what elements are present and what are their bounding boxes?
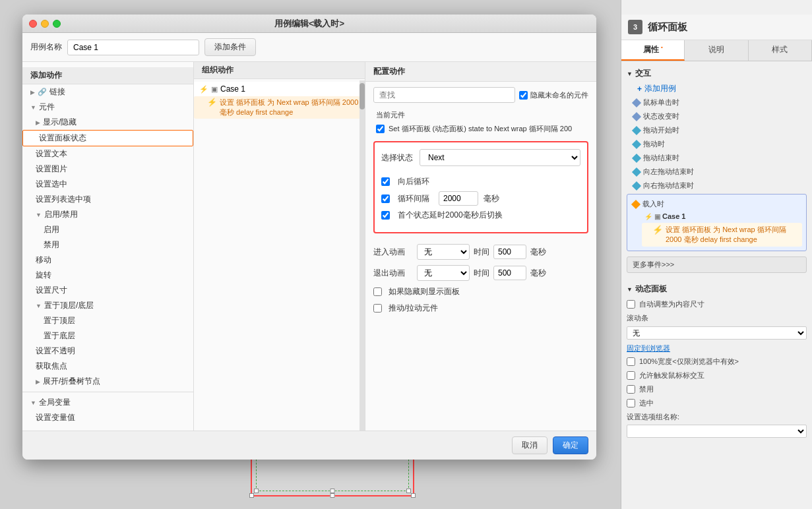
action-item[interactable]: ⚡ 设置 循环面板 为 Next wrap 循环间隔 2000 毫秒 delay… [194, 96, 365, 119]
handle-br[interactable] [411, 493, 416, 498]
event-state-change[interactable]: 状态改变时 [632, 109, 807, 123]
tree-item-set-image[interactable]: 设置图片 [22, 162, 193, 177]
state-select-dropdown[interactable]: Next Previous First Last [420, 149, 580, 166]
event-mouse-click[interactable]: 鼠标单击时 [632, 96, 807, 109]
full-width-label: 100%宽度<仅限浏览器中有效> [639, 357, 739, 367]
inner-handle-br[interactable] [406, 489, 411, 493]
tab-dot: • [661, 44, 663, 50]
drag-end-icon [632, 153, 641, 162]
ok-button[interactable]: 确定 [553, 436, 588, 454]
hide-unnamed-checkbox[interactable] [519, 91, 528, 100]
tree-item-set-text[interactable]: 设置文本 [22, 146, 193, 162]
enter-ms-label: 毫秒 [530, 247, 546, 258]
checked-element-checkbox[interactable] [376, 125, 385, 133]
exit-anim-select[interactable]: 无 [417, 265, 470, 281]
inner-handle-bl[interactable] [254, 489, 259, 493]
exit-ms-label: 毫秒 [530, 268, 546, 279]
loop-interval-input[interactable] [439, 191, 478, 206]
tree-item-set-panel-state[interactable]: 设置面板状态 [22, 130, 193, 146]
scrollbar-select[interactable]: 无 [627, 326, 807, 340]
enter-time-input[interactable] [493, 245, 526, 259]
tree-item-link[interactable]: ▶ 🔗 链接 [22, 84, 193, 100]
anchor-link[interactable]: 固定到浏览器 [627, 342, 807, 355]
hide-unnamed-label: 隐藏未命名的元件 [530, 90, 588, 100]
forward-loop-checkbox[interactable] [381, 177, 390, 186]
exit-time-input[interactable] [493, 266, 526, 280]
tree-item-set-listbox[interactable]: 设置列表选中项 [22, 192, 193, 207]
cancel-button[interactable]: 取消 [512, 436, 547, 454]
organize-scrollbar[interactable] [359, 80, 365, 431]
tree-item-set-selection[interactable]: 设置选中 [22, 177, 193, 192]
scrollbar-label: 滚动条 [627, 313, 660, 323]
use-case-dialog: 用例编辑<载入时> 用例名称 添加条件 添加动作 ▶ 🔗 链接 ▼ 元件 ▶ 显… [22, 15, 596, 460]
tree-label-set-opacity: 设置不透明 [36, 345, 75, 357]
tree-item-to-bottom[interactable]: 置于底层 [22, 328, 193, 344]
enter-anim-select[interactable]: 无 [417, 244, 470, 260]
event-drag[interactable]: 拖动时 [632, 137, 807, 151]
right-panel-action-row[interactable]: ⚡ 设置 循环面板 为 Next wrap 循环间隔 2000 毫秒 delay… [642, 223, 802, 247]
auto-adjust-checkbox[interactable] [627, 300, 635, 309]
current-element-row[interactable]: 当前元件 [373, 108, 588, 122]
selected-label: 选中 [639, 398, 654, 408]
tab-description[interactable]: 说明 [685, 40, 748, 61]
traffic-light-yellow[interactable] [41, 20, 49, 28]
first-delay-checkbox[interactable] [381, 211, 390, 220]
inner-handle-bc[interactable] [330, 489, 335, 493]
checked-element-row[interactable]: Set 循环面板 (动态面板) state to Next wrap 循环间隔 … [373, 122, 588, 136]
tree-item-expand-collapse[interactable]: ▶ 展开/折叠树节点 [22, 374, 193, 389]
mouse-interact-checkbox[interactable] [627, 371, 635, 380]
tree-item-focus[interactable]: 获取焦点 [22, 359, 193, 374]
tree-item-global-vars[interactable]: ▼ 全局变量 [22, 395, 193, 410]
tree-item-set-opacity[interactable]: 设置不透明 [22, 344, 193, 359]
traffic-light-green[interactable] [53, 20, 61, 28]
tree-item-enable-disable[interactable]: ▼ 启用/禁用 [22, 207, 193, 222]
tree-item-components[interactable]: ▼ 元件 [22, 100, 193, 115]
add-use-case-link[interactable]: 添加用例 [627, 82, 807, 96]
add-condition-button[interactable]: 添加条件 [204, 38, 256, 56]
tree-item-zorder[interactable]: ▼ 置于顶层/底层 [22, 298, 193, 313]
hide-unnamed-row: 隐藏未命名的元件 [519, 90, 588, 100]
handle-bc[interactable] [330, 493, 335, 498]
event-drag-end[interactable]: 拖动结束时 [632, 151, 807, 165]
first-delay-label: 首个状态延时2000毫秒后切换 [398, 210, 503, 221]
use-case-name-input[interactable] [67, 40, 199, 55]
event-drag-left-end[interactable]: 向左拖动结束时 [632, 165, 807, 179]
push-pull-checkbox[interactable] [373, 304, 382, 313]
event-drag-start[interactable]: 拖动开始时 [632, 123, 807, 137]
traffic-light-red[interactable] [29, 20, 37, 28]
right-panel-case-row[interactable]: ⚡ ▣ Case 1 [642, 211, 802, 222]
tree-item-set-size[interactable]: 设置尺寸 [22, 283, 193, 298]
hide-if-hidden-checkbox[interactable] [373, 287, 382, 296]
lightning-icon: ⚡ [207, 98, 217, 107]
case-power-icon: ⚡ [199, 85, 208, 94]
disable-checkbox[interactable] [627, 385, 635, 394]
handle-bl[interactable] [249, 493, 254, 498]
tree-item-rotate[interactable]: 旋转 [22, 268, 193, 283]
tab-style[interactable]: 样式 [749, 40, 812, 61]
full-width-checkbox[interactable] [627, 357, 635, 366]
event-load[interactable]: 载入时 [631, 197, 802, 211]
dynamic-panel-section: ▼ 动态面板 自动调整为内容尺寸 滚动条 无 固定到浏览器 100%宽度<仅限浏… [627, 281, 807, 438]
tree-item-to-top[interactable]: 置于顶层 [22, 313, 193, 328]
tree-item-move[interactable]: 移动 [22, 253, 193, 268]
dynamic-panel-section-header[interactable]: ▼ 动态面板 [627, 281, 807, 297]
event-drag-right-end[interactable]: 向右拖动结束时 [632, 179, 807, 193]
state-change-icon [632, 111, 641, 121]
tab-property[interactable]: 属性 • [621, 40, 685, 61]
option-group-select[interactable] [627, 425, 807, 438]
chevron-dynamic: ▼ [627, 286, 633, 293]
tree-item-enable[interactable]: 启用 [22, 222, 193, 237]
tree-item-disable[interactable]: 禁用 [22, 237, 193, 253]
loop-interval-checkbox[interactable] [381, 195, 390, 203]
case-row[interactable]: ⚡ ▣ Case 1 [194, 82, 365, 96]
expander-enable-disable: ▼ [36, 212, 42, 218]
organize-scrollbar-thumb [359, 83, 365, 109]
more-events-button[interactable]: 更多事件>>> [627, 256, 807, 273]
enter-anim-row: 进入动画 无 时间 毫秒 [373, 241, 588, 262]
tree-item-show-hide[interactable]: ▶ 显示/隐藏 [22, 115, 193, 130]
enter-anim-label: 进入动画 [373, 247, 413, 258]
search-input[interactable] [373, 87, 515, 103]
interaction-section-header[interactable]: ▼ 交互 [627, 65, 807, 82]
tree-item-set-var[interactable]: 设置变量值 [22, 410, 193, 425]
selected-checkbox[interactable] [627, 399, 635, 407]
